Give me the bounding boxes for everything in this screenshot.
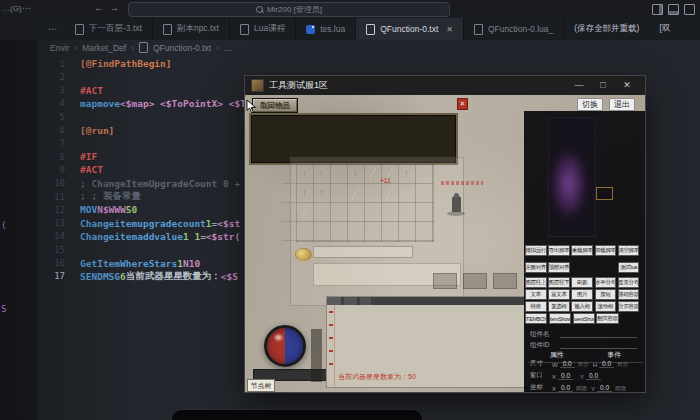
tool-button-图层往上[interactable]: 图层往上 xyxy=(525,277,547,288)
tool-button-图层往下[interactable]: 图层往下 xyxy=(548,277,570,288)
arrow-item-icon[interactable]: ↑ xyxy=(296,183,313,202)
tool-button-清空脚本[interactable]: 清空脚本 xyxy=(618,245,640,256)
tool-button-重载脚本[interactable]: 重载脚本 xyxy=(571,245,593,256)
tab-tes-lua[interactable]: tes.lua xyxy=(296,18,356,40)
tool-button-按钮[interactable]: 按钮 xyxy=(595,289,617,300)
switch-button[interactable]: 切换 xyxy=(577,98,603,111)
sword-item-icon[interactable]: ╱ xyxy=(381,183,398,202)
code-token-kw: GetItemWhereStars xyxy=(80,258,177,269)
tool-button-eventshow[interactable]: EventShow xyxy=(573,313,595,324)
tool-button-itembox[interactable]: ITEMBOX xyxy=(525,313,547,324)
more-menu-icon[interactable]: ⋯ xyxy=(22,3,31,13)
line-number: 2 xyxy=(37,72,65,82)
arrow-item-icon[interactable]: ↑ xyxy=(398,164,415,183)
tab-qfunction-0-lua-[interactable]: QFunction-0.lua_ xyxy=(464,18,564,40)
gold-pile-icon[interactable] xyxy=(295,248,312,261)
prop-value-input[interactable]: 0.0 xyxy=(558,384,573,392)
tab-副本npc-txt[interactable]: 副本npc.txt xyxy=(153,18,230,40)
retrieve-items-button[interactable]: 取回物品 xyxy=(252,98,298,113)
toggle-sidebar-icon[interactable] xyxy=(652,4,663,15)
prop-value-input[interactable]: 0.0 xyxy=(599,360,614,368)
tool-button-翻页容器[interactable]: 翻页容器 xyxy=(596,313,618,324)
tab--保存全部并重载-[interactable]: (保存全部并重载) xyxy=(564,18,649,40)
prop-value-input[interactable]: 0.0 xyxy=(560,360,575,368)
tool-button-滚动框[interactable]: 滚动框 xyxy=(595,301,617,312)
exit-button[interactable]: 退出 xyxy=(609,98,635,111)
back-icon[interactable]: ← xyxy=(94,3,103,13)
prop-value-input[interactable]: 0.0 xyxy=(558,372,573,380)
toggle-panel-icon[interactable] xyxy=(668,4,679,15)
arrow-item-icon[interactable]: ↑ xyxy=(313,183,330,202)
prop-value-input[interactable]: 0.0 xyxy=(597,384,612,392)
close-icon[interactable]: ✕ xyxy=(615,77,639,94)
code-token-kw: Changeitemupgradecount xyxy=(80,218,206,229)
dialog-close-icon[interactable]: ✕ xyxy=(457,98,468,110)
tool-button-分页容器[interactable]: 分页容器 xyxy=(618,301,640,312)
tab-label: 副本npc.txt xyxy=(177,23,219,35)
tool-button-富文本[interactable]: 富文本 xyxy=(548,289,570,300)
maximize-icon[interactable]: □ xyxy=(591,77,615,94)
arrow-item-icon[interactable]: ↑ xyxy=(313,164,330,183)
screen: …(G) ⋯ ← → Mir200 [管理员] ⋯ 下一百层-3.txt副本np… xyxy=(0,0,700,420)
prop-value-input[interactable]: 0.0 xyxy=(586,372,601,380)
tool-button-导出脚本[interactable]: 导出脚本 xyxy=(548,245,570,256)
tool-button-复选框[interactable]: 复选框 xyxy=(548,301,570,312)
arrow-item-icon[interactable]: ↑ xyxy=(347,164,364,183)
tab-overflow-icon[interactable]: ⋯ xyxy=(40,18,65,40)
tab-下一百层-3-txt[interactable]: 下一百层-3.txt xyxy=(65,18,153,40)
line-number: 4 xyxy=(37,98,65,108)
minimize-icon[interactable]: — xyxy=(567,77,591,94)
tab-qfunction-0-txt[interactable]: QFunction-0.txt✕ xyxy=(356,18,464,40)
tool-button-顶部对齐[interactable]: 顶部对齐 xyxy=(548,262,570,273)
tool-button-刷新[interactable]: 刷新 xyxy=(571,277,593,288)
tab-lua课程[interactable]: Lua课程 xyxy=(230,18,296,40)
component-name-input[interactable] xyxy=(560,329,638,338)
inventory-side-column xyxy=(282,164,295,241)
character-sprite[interactable] xyxy=(452,196,461,212)
stray-code-glyph: S xyxy=(1,304,6,314)
breadcrumb-item[interactable]: Envir xyxy=(50,43,69,53)
code-token-kw: MOV xyxy=(80,204,97,215)
tab-close-icon[interactable]: ✕ xyxy=(446,25,453,34)
tool-button-特效[interactable]: 特效 xyxy=(525,301,547,312)
sword-item-icon[interactable]: ╱ xyxy=(296,202,313,221)
tool-button-图片[interactable]: 图片 xyxy=(571,289,593,300)
command-search-input[interactable]: Mir200 [管理员] xyxy=(128,2,450,17)
sword-item-icon[interactable]: ╱ xyxy=(398,183,415,202)
breadcrumb-item[interactable]: … xyxy=(224,43,233,53)
tool-button-加载脚本[interactable]: 加载脚本 xyxy=(595,245,617,256)
inventory-grid[interactable]: ↑↑↑╱╱↑↑↑╱╱╱╱ xyxy=(296,164,434,242)
bench-tile xyxy=(433,273,457,289)
code-token-comment: ; ; 装备常量 xyxy=(80,190,141,203)
sword-item-icon[interactable]: ╱ xyxy=(364,164,381,183)
toggle-layout-icon[interactable] xyxy=(684,4,695,15)
game-window-icon xyxy=(251,79,264,92)
game-client-area: 取回物品 ✕ 切换 退出 ↑↑↑╱╱↑↑↑╱╱╱╱ +11 xyxy=(245,95,645,392)
hp-mp-orb xyxy=(264,325,306,367)
chat-header xyxy=(327,297,535,305)
forward-icon[interactable]: → xyxy=(110,3,119,13)
tool-button-垂直分布[interactable]: 垂直分布 xyxy=(618,277,640,288)
file-icon xyxy=(474,24,483,35)
breadcrumb-item[interactable]: QFunction-0.txt xyxy=(153,43,211,53)
sword-item-icon[interactable]: ╱ xyxy=(347,183,364,202)
component-id-input[interactable] xyxy=(560,340,638,349)
arrow-item-icon[interactable]: ↑ xyxy=(296,164,313,183)
game-window-titlebar[interactable]: 工具测试服1区 — □ ✕ xyxy=(245,76,645,95)
tool-button-itemshow[interactable]: ItemShow xyxy=(549,313,571,324)
menu-item-partial[interactable]: …(G) xyxy=(2,4,22,13)
node-tree-button[interactable]: 节点树 xyxy=(247,379,275,392)
tool-button-基础容器[interactable]: 基础容器 xyxy=(618,289,640,300)
prop-row-窗口: 窗口X0.0Y0.0 xyxy=(530,371,643,380)
tool-button-水平分布[interactable]: 水平分布 xyxy=(595,277,617,288)
tool-button-模拟运行[interactable]: 模拟运行 xyxy=(525,245,547,256)
tab--双[interactable]: [双 xyxy=(649,18,680,40)
prop-key: H xyxy=(593,362,597,368)
breadcrumb-item[interactable]: Market_Def xyxy=(82,43,126,53)
tool-button-测试lua[interactable]: 测试lua xyxy=(618,262,640,273)
tool-button-输入框[interactable]: 输入框 xyxy=(571,301,593,312)
trade-input-bar[interactable] xyxy=(313,246,413,258)
tool-button-文本[interactable]: 文本 xyxy=(525,289,547,300)
tool-button-左侧对齐[interactable]: 左侧对齐 xyxy=(525,262,547,273)
prop-row-坐标: 坐标X0.0跟随Y0.0跟随 xyxy=(530,383,643,392)
